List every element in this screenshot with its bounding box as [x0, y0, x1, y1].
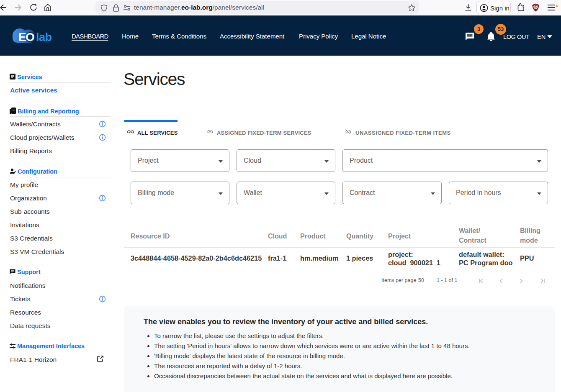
svg-text:uo: uo [534, 5, 538, 8]
svg-text:EO: EO [18, 31, 34, 44]
svg-text:lab: lab [36, 31, 52, 44]
